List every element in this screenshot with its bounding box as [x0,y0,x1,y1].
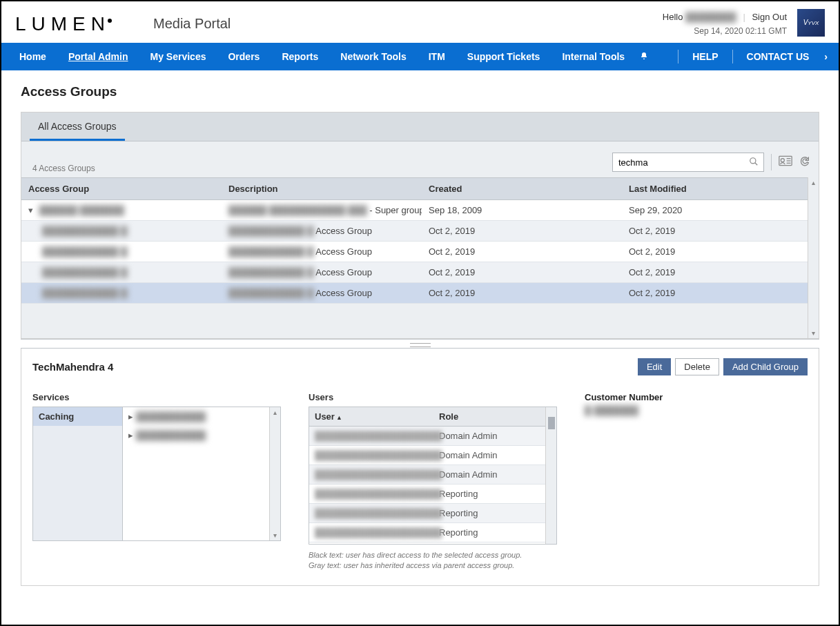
row-desc-suffix: Access Group [313,267,372,277]
logo: LUMEN [15,13,112,35]
svg-line-1 [755,162,758,165]
user-role: Reporting [433,485,556,503]
nav-reports[interactable]: Reports [271,51,329,62]
tree-caret-icon[interactable]: ▸ [128,411,133,422]
legend-line-2: Gray text: user has inherited access via… [309,560,557,571]
expand-caret-icon[interactable]: ▾ [28,205,37,215]
user-email: ████████████████████ [309,427,433,445]
search-input[interactable] [613,157,744,168]
users-title: Users [309,392,557,402]
row-desc-prefix: ████████████ █ [228,226,313,236]
scroll-up-icon[interactable]: ▴ [273,409,277,416]
row-name: ████████████ █ [42,246,127,257]
users-col-role[interactable]: Role [433,407,545,426]
user-row[interactable]: ████████████████████Domain Admin [309,465,556,485]
scroll-down-icon[interactable]: ▾ [273,531,277,539]
row-desc-prefix: ████████████ █ [228,267,313,277]
row-desc-prefix: ██████ ████████████ ███ [228,205,367,215]
service-category-caching[interactable]: Caching [33,407,122,426]
row-created: Oct 2, 2019 [422,221,622,241]
user-email: ████████████████████ [309,485,433,503]
user-email: ████████████████████ [309,465,433,484]
sort-asc-icon: ▲ [336,414,342,421]
users-scrollbar[interactable] [545,407,556,544]
svg-point-0 [750,157,756,163]
users-col-user[interactable]: User▲ [309,407,433,426]
col-last-modified[interactable]: Last Modified [622,178,808,199]
greeting-prefix: Hello [663,12,683,22]
row-name: ██████ ███████ [39,205,124,215]
table-row[interactable]: ████████████ █████████████ █ Access Grou… [21,242,819,262]
refresh-icon[interactable] [799,155,810,170]
row-desc-prefix: ████████████ █ [228,246,313,257]
scroll-down-icon[interactable]: ▾ [812,329,815,337]
row-desc-suffix: Access Group [313,226,372,236]
row-modified: Oct 2, 2019 [622,242,819,262]
nav-portal-admin[interactable]: Portal Admin [57,51,139,62]
edit-button[interactable]: Edit [638,358,671,375]
nav-my-services[interactable]: My Services [139,51,217,62]
server-timestamp: Sep 14, 2020 02:11 GMT [663,26,787,36]
chevron-right-icon[interactable]: › [820,51,832,62]
customer-number-column: Customer Number █-███████ [585,392,663,415]
contact-card-icon[interactable] [779,155,792,170]
delete-button[interactable]: Delete [675,358,719,375]
row-name: ████████████ █ [42,226,127,236]
user-role: Domain Admin [433,427,556,445]
user-row[interactable]: ████████████████████Reporting [309,485,556,504]
access-groups-grid: Access Group Description Created Last Mo… [21,177,819,338]
nav-help[interactable]: HELP [681,51,729,62]
service-tree-item[interactable]: ▸███████████ [123,426,280,444]
group-count-text: 4 Access Groups [30,164,95,173]
scroll-up-icon[interactable]: ▴ [812,179,815,186]
nav-support-tickets[interactable]: Support Tickets [456,51,551,62]
nav-internal-tools[interactable]: Internal Tools [551,51,636,62]
nav-network-tools[interactable]: Network Tools [329,51,417,62]
access-groups-panel: All Access Groups 4 Access Groups Access… [21,112,819,339]
tab-all-access-groups[interactable]: All Access Groups [30,113,125,141]
table-row[interactable]: ▾ ██████ █████████████ ████████████ ███ … [21,200,819,221]
services-column: Services Caching ▸███████████▸██████████… [32,392,281,541]
brand-logo-box: VYVX [797,9,825,37]
sign-out-link[interactable]: Sign Out [752,12,787,22]
services-scrollbar[interactable]: ▴ ▾ [269,407,280,540]
row-modified: Sep 29, 2020 [622,200,819,220]
nav-contact-us[interactable]: CONTACT US [736,51,821,62]
tree-caret-icon[interactable]: ▸ [128,430,133,440]
table-row[interactable]: ████████████ █████████████ █ Access Grou… [21,221,819,242]
nav-itm[interactable]: ITM [418,51,456,62]
table-row[interactable]: ████████████ █████████████ █ Access Grou… [21,283,819,304]
row-desc-suffix: Access Group [313,288,372,298]
col-access-group[interactable]: Access Group [21,178,222,199]
user-row[interactable]: ████████████████████Reporting [309,504,556,523]
user-role: Domain Admin [433,446,556,464]
search-icon[interactable] [744,157,763,168]
search-box[interactable] [612,153,764,172]
add-child-group-button[interactable]: Add Child Group [723,358,808,375]
user-role: Reporting [433,504,556,522]
selected-group-name: TechMahendra 4 [32,361,113,373]
split-handle[interactable] [21,339,819,349]
row-created: Sep 18, 2009 [422,200,622,220]
user-row[interactable]: ████████████████████Domain Admin [309,446,556,465]
row-modified: Oct 2, 2019 [622,262,819,282]
row-modified: Oct 2, 2019 [622,283,819,303]
service-tree-item[interactable]: ▸███████████ [123,407,280,426]
page-title: Access Groups [21,84,819,99]
col-description[interactable]: Description [222,178,422,199]
nav-orders[interactable]: Orders [217,51,271,62]
table-row[interactable]: ████████████ █████████████ █ Access Grou… [21,262,819,283]
user-email: ████████████████████ [309,523,433,542]
row-name: ████████████ █ [42,267,127,277]
services-title: Services [32,392,281,402]
users-column: Users User▲ Role ████████████████████Dom… [309,392,557,571]
row-name: ████████████ █ [42,288,127,298]
row-created: Oct 2, 2019 [422,242,622,262]
nav-home[interactable]: Home [8,51,57,62]
user-row[interactable]: ████████████████████Domain Admin [309,427,556,446]
col-created[interactable]: Created [422,178,622,199]
grid-vertical-scrollbar[interactable]: ▴ ▾ [808,177,819,338]
notifications-icon[interactable] [636,51,652,63]
user-row[interactable]: ████████████████████Reporting [309,523,556,542]
row-created: Oct 2, 2019 [422,283,622,303]
